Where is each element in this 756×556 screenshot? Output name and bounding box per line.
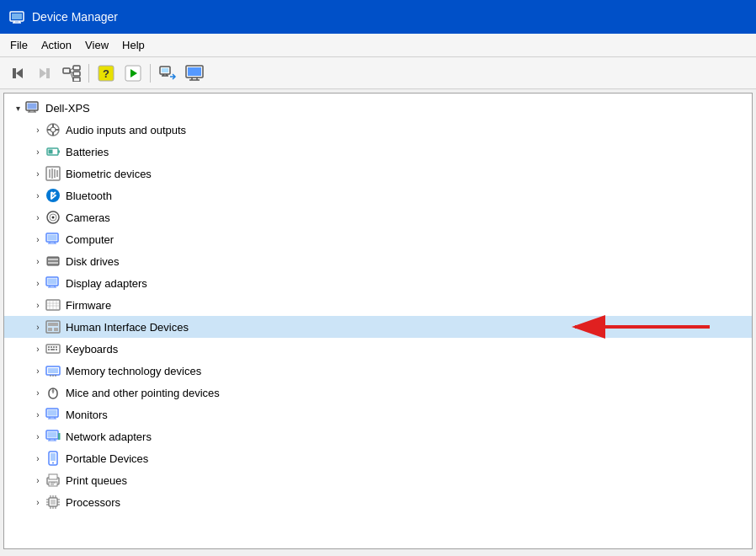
battery-icon [45,143,61,160]
forward-button[interactable] [32,61,57,85]
disk-chevron: › [31,254,45,268]
audio-chevron: › [31,123,45,136]
svg-rect-85 [51,349,55,350]
menu-view[interactable]: View [78,36,115,54]
portable-icon [45,450,61,467]
svg-rect-1 [12,13,22,19]
disk-label: Disk drives [66,255,120,268]
svg-rect-82 [53,346,55,348]
display-icon [45,275,61,291]
audio-icon [45,121,61,138]
disk-icon [45,253,61,270]
root-label: Dell-XPS [45,102,90,115]
svg-rect-60 [48,259,58,260]
tree-view-panel: ▾ Dell-XPS › [3,93,753,549]
computer-chevron: › [31,233,45,246]
svg-rect-37 [52,124,54,127]
help-button[interactable]: ? [93,61,119,85]
tree-item-network[interactable]: › Network adapters [4,425,752,447]
svg-marker-7 [40,68,46,78]
memory-icon [45,362,61,379]
svg-rect-96 [48,410,57,416]
mouse-icon [45,384,61,401]
menu-help[interactable]: Help [115,36,152,54]
svg-rect-55 [48,235,57,241]
processors-chevron: › [31,495,45,509]
tree-item-hid[interactable]: › Human Interface Devices [4,316,752,338]
svg-rect-39 [47,129,51,131]
processors-label: Processors [66,496,120,509]
svg-rect-12 [73,78,80,82]
firmware-chevron: › [31,298,45,312]
svg-point-36 [51,127,56,132]
show-tree-button[interactable] [59,61,84,85]
network-label: Network adapters [66,430,152,443]
svg-rect-83 [56,346,57,348]
hid-icon [45,318,61,335]
tree-root[interactable]: ▾ Dell-XPS [4,97,752,119]
svg-rect-63 [48,279,57,285]
portable-chevron: › [31,452,45,465]
window-title: Device Manager [32,10,118,24]
cameras-chevron: › [31,211,45,224]
svg-point-49 [46,189,60,202]
tree-item-memory[interactable]: › Memory technology devices [4,360,752,382]
svg-marker-5 [16,68,23,78]
svg-rect-80 [48,346,50,348]
biometric-chevron: › [31,167,45,180]
biometric-label: Biometric devices [66,168,152,180]
batteries-label: Batteries [66,146,109,158]
svg-rect-9 [63,68,70,73]
camera-icon [45,209,61,226]
svg-rect-8 [46,68,50,78]
monitor-button[interactable] [182,61,207,85]
cameras-label: Cameras [66,211,110,224]
svg-rect-110 [49,474,57,479]
monitors-icon [45,406,61,423]
svg-rect-115 [51,500,56,505]
svg-rect-86 [56,349,57,350]
tree-item-batteries[interactable]: › Batteries [4,141,752,163]
tree-item-disk[interactable]: › Disk drives [4,250,752,272]
display-label: Display adapters [66,277,147,290]
tree-item-print[interactable]: › Print queues [4,469,752,491]
back-button[interactable] [5,61,30,85]
svg-rect-75 [48,328,52,331]
root-chevron: ▾ [11,101,24,115]
annotation-arrow [567,314,718,339]
tree-item-portable[interactable]: › Portable Devices [4,447,752,469]
tree-item-processors[interactable]: › Proces [4,491,752,513]
svg-rect-61 [48,262,58,264]
svg-rect-26 [188,67,201,76]
svg-rect-38 [52,132,54,136]
tree-item-bluetooth[interactable]: › Bluetooth [4,184,752,206]
tree-item-computer[interactable]: › Computer [4,228,752,250]
menu-action[interactable]: Action [35,36,78,54]
enable-button[interactable] [120,61,146,85]
mice-chevron: › [31,386,45,399]
update-driver-button[interactable] [155,61,180,85]
network-icon [45,428,61,445]
menu-file[interactable]: File [3,36,35,54]
svg-rect-59 [47,257,59,265]
tree-item-firmware[interactable]: › Firmware [4,294,752,316]
tree-item-biometric[interactable]: › Biometric devices [4,163,752,184]
svg-rect-43 [49,150,53,154]
tree-item-cameras[interactable]: › Cameras [4,206,752,228]
tree-item-display[interactable]: › Display adapters [4,272,752,294]
tree-item-keyboards[interactable]: › Keyboards [4,338,752,360]
svg-rect-42 [58,151,60,153]
tree-item-mice[interactable]: › Mice and other pointing devices [4,382,752,404]
svg-rect-76 [54,328,58,331]
svg-point-108 [52,462,54,464]
svg-rect-40 [56,129,59,131]
tree-item-audio[interactable]: › Audio inputs and outputs [4,119,752,141]
svg-rect-88 [48,368,58,373]
bluetooth-label: Bluetooth [66,190,112,202]
svg-rect-10 [73,66,80,70]
batteries-chevron: › [31,145,45,158]
svg-rect-107 [51,453,56,461]
tree-item-monitors[interactable]: › Monitors [4,404,752,425]
firmware-label: Firmware [66,299,111,312]
memory-label: Memory technology devices [66,365,201,377]
